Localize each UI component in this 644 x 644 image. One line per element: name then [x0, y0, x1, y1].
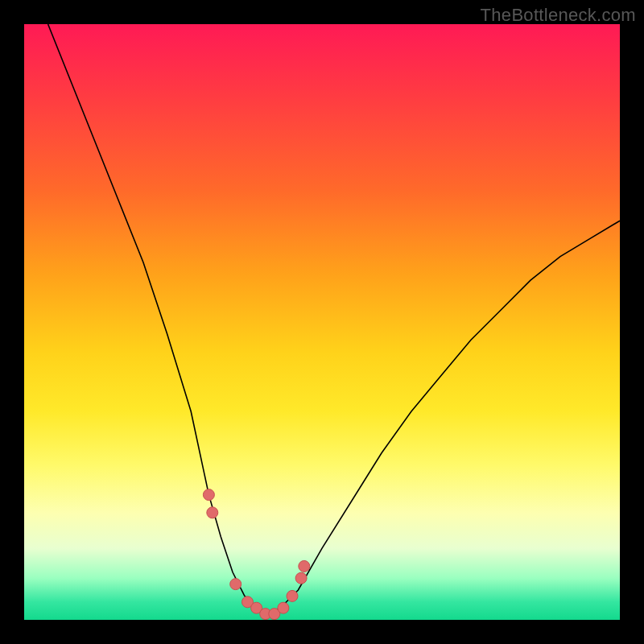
curve-marker — [203, 489, 214, 501]
curve-marker — [230, 579, 242, 590]
curve-svg — [24, 24, 620, 620]
curve-marker — [287, 590, 298, 601]
chart-frame: TheBottleneck.com — [0, 0, 644, 644]
curve-marker — [278, 602, 289, 613]
curve-marker — [299, 560, 310, 572]
marker-group — [203, 489, 309, 620]
curve-marker — [207, 507, 218, 518]
plot-area — [24, 24, 620, 620]
watermark-text: TheBottleneck.com — [481, 5, 636, 26]
bottleneck-curve — [48, 24, 620, 614]
curve-marker — [295, 572, 307, 584]
